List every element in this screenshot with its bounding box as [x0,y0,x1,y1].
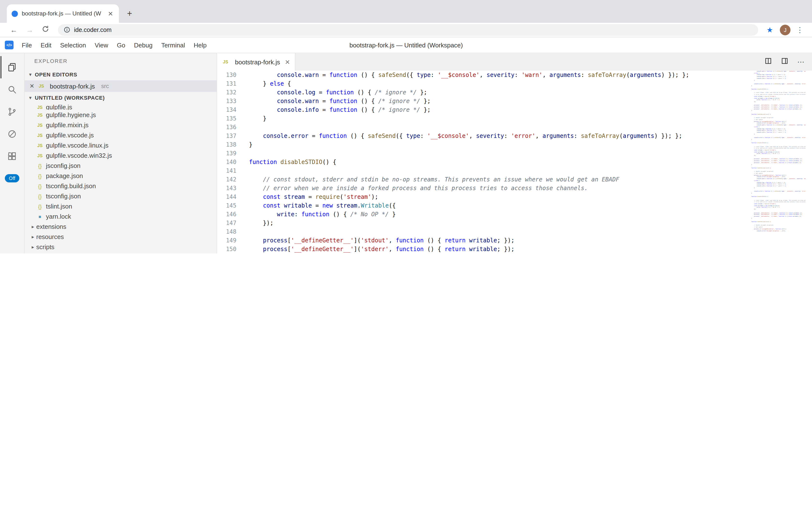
editor-tabs-bar: JS bootstrap-fork.js ✕ ⋯ [217,53,812,71]
line-number: 136 [217,123,249,131]
menu-item-terminal[interactable]: Terminal [157,41,189,49]
extensions-icon[interactable] [0,145,24,167]
tree-item-extensions[interactable]: ▸extensions [25,222,216,232]
new-tab-button[interactable]: + [123,7,136,20]
forward-icon[interactable]: → [22,25,38,34]
back-icon[interactable]: ← [6,25,22,34]
editor-scrollbar[interactable] [806,71,812,253]
tree-item-label: package.json [46,172,83,179]
code-line[interactable]: 135 } [217,114,812,123]
toggle-layout-icon[interactable] [781,57,789,67]
line-number: 134 [217,106,249,114]
tree-item-yarn.lock[interactable]: ■yarn.lock [25,211,216,222]
profile-avatar[interactable]: J [780,24,791,35]
code-line[interactable]: 145 const writable = new stream.Writable… [217,201,812,210]
line-number: 149 [217,236,249,245]
tree-item-gulpfile.mixin.js[interactable]: JSgulpfile.mixin.js [25,120,216,130]
tree-item-gulpfile.js[interactable]: JSgulpfile.js [25,105,216,110]
split-editor-icon[interactable] [764,57,772,67]
code-editor[interactable]: 130 console.warn = function () { safeSen… [217,71,812,253]
json-file-icon: {} [36,183,44,189]
tree-item-label: gulpfile.hygiene.js [46,111,96,118]
code-line[interactable]: 149 process['__defineGetter__']('stdout'… [217,236,812,245]
line-number: 139 [217,149,249,158]
code-line[interactable]: 137 console.error = function () { safeSe… [217,131,812,140]
activity-bar: Off [0,53,25,253]
tree-item-jsconfig.json[interactable]: {}jsconfig.json [25,161,216,171]
code-line[interactable]: 133 console.warn = function () { /* igno… [217,97,812,106]
tree-item-gulpfile.vscode.win32.js[interactable]: JSgulpfile.vscode.win32.js [25,151,216,161]
code-line[interactable]: 143 // error when we are inside a forked… [217,184,812,192]
more-actions-icon[interactable]: ⋯ [797,58,805,66]
code-line[interactable]: 134 console.info = function () { /* igno… [217,106,812,114]
code-line[interactable]: 142 // const stdout, stderr and stdin be… [217,175,812,184]
code-line[interactable]: 148 [217,227,812,236]
bookmark-star-icon[interactable]: ★ [763,25,777,34]
tree-item-label: gulpfile.js [46,105,72,110]
tree-item-package.json[interactable]: {}package.json [25,171,216,181]
json-file-icon: {} [36,173,44,179]
browser-window: bootstrap-fork.js — Untitled (W ✕ + ← → … [0,0,812,253]
code-line[interactable]: 141 [217,166,812,175]
browser-navbar: ← → ide.coder.com ★ J ⋮ [0,23,812,37]
tree-item-tslint.json[interactable]: {}tslint.json [25,201,216,211]
tree-item-label: gulpfile.vscode.js [46,131,94,139]
search-icon[interactable] [0,78,24,101]
tree-item-src[interactable]: ▾src [25,252,216,253]
line-number: 133 [217,97,249,106]
chevron-right-icon: ▸ [29,244,36,249]
json-file-icon: {} [36,204,44,209]
code-line[interactable]: 144 const stream = require('stream'); [217,192,812,201]
line-number: 144 [217,192,249,201]
code-line[interactable]: 136 [217,123,812,131]
address-bar[interactable]: ide.coder.com [58,24,758,36]
site-info-icon[interactable] [64,26,70,33]
code-line[interactable]: 132 console.log = function () { /* ignor… [217,88,812,97]
menu-item-edit[interactable]: Edit [36,41,56,49]
app-logo-icon: </> [5,41,13,49]
explorer-icon[interactable] [0,56,24,78]
menu-item-selection[interactable]: Selection [56,41,90,49]
debug-icon[interactable] [0,123,24,145]
tree-item-gulpfile.hygiene.js[interactable]: JSgulpfile.hygiene.js [25,110,216,120]
menu-item-file[interactable]: File [17,41,36,49]
code-line[interactable]: 150 process['__defineGetter__']('stderr'… [217,245,812,253]
menu-item-view[interactable]: View [90,41,113,49]
open-editors-header[interactable]: ▾ OPEN EDITORS [25,69,216,80]
open-editor-item[interactable]: ✕ JS bootstrap-fork.js src [25,80,216,92]
tab-close-icon[interactable]: ✕ [107,10,114,17]
code-line[interactable]: 140function disableSTDIO() { [217,158,812,166]
browser-tab[interactable]: bootstrap-fork.js — Untitled (W ✕ [7,4,119,23]
tree-item-gulpfile.vscode.linux.js[interactable]: JSgulpfile.vscode.linux.js [25,140,216,151]
code-line[interactable]: 138} [217,140,812,149]
tree-item-resources[interactable]: ▸resources [25,232,216,242]
tree-item-tsconfig.json[interactable]: {}tsconfig.json [25,191,216,201]
code-line[interactable]: 146 write: function () { /* No OP */ } [217,210,812,219]
menu-item-debug[interactable]: Debug [130,41,157,49]
tree-item-label: gulpfile.mixin.js [46,121,88,129]
menu-item-help[interactable]: Help [189,41,211,49]
line-number: 142 [217,175,249,184]
code-line[interactable]: 130 console.warn = function () { safeSen… [217,71,812,79]
code-line[interactable]: 131 } else { [217,79,812,88]
menu-item-go[interactable]: Go [113,41,130,49]
browser-menu-icon[interactable]: ⋮ [793,25,806,34]
workspace-header[interactable]: ▾ UNTITLED (WORKSPACE) [25,92,216,104]
chevron-right-icon: ▸ [29,224,36,229]
close-icon[interactable]: ✕ [29,83,35,90]
editor-tab[interactable]: JS bootstrap-fork.js ✕ [217,53,295,71]
minimap[interactable]: console.warn = function () { safeSend({ … [751,71,806,253]
tab-close-icon[interactable]: ✕ [285,58,290,65]
telemetry-off-badge[interactable]: Off [5,174,19,182]
tree-item-gulpfile.vscode.js[interactable]: JSgulpfile.vscode.js [25,130,216,140]
refresh-icon[interactable] [38,25,53,34]
code-line[interactable]: 139 [217,149,812,158]
line-number: 140 [217,158,249,166]
line-number: 150 [217,245,249,253]
sidebar-title: EXPLORER [25,53,216,69]
tree-item-scripts[interactable]: ▸scripts [25,242,216,252]
code-lines: 130 console.warn = function () { safeSen… [217,71,812,253]
source-control-icon[interactable] [0,101,24,123]
code-line[interactable]: 147 }); [217,219,812,227]
tree-item-tsconfig.build.json[interactable]: {}tsconfig.build.json [25,181,216,191]
